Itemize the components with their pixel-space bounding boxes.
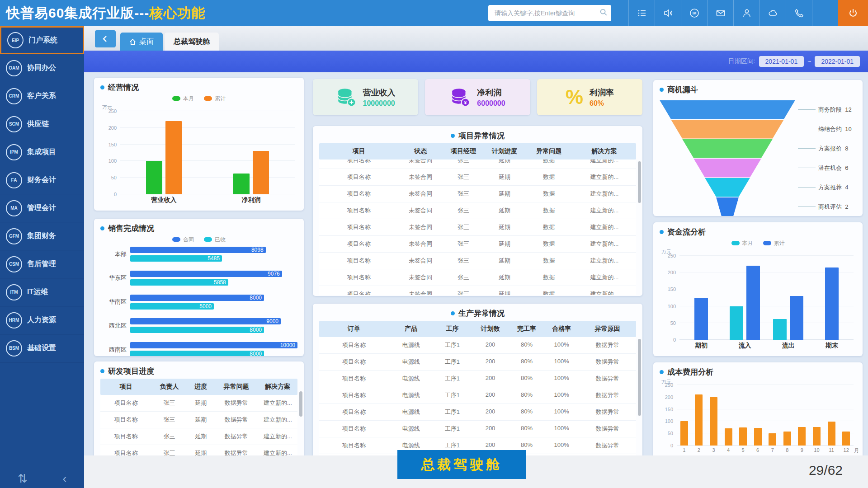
table-row[interactable]: 项目名称未签合同张三延期数据建立新的... [319,286,636,295]
panel-business-overview: 经营情况 本月累计 万元 250200150100500 营业收入净利润 [94,78,304,211]
bar [695,394,703,446]
sidebar-item-IPM[interactable]: IPM 集成项目 [0,138,84,166]
table-row[interactable]: 项目名称电源线工序120080%100%数据异常 [319,421,636,437]
funnel-connector-line [798,148,816,149]
bar-group-5 [736,385,750,446]
bar: 5485 [130,255,222,262]
power-icon[interactable] [838,0,868,26]
header-icon-bar: IM [628,0,868,26]
funnel-label: 商务阶段 12 [818,106,856,114]
sidebar-item-CRM[interactable]: CRM 客户关系 [0,82,84,110]
kpi-label: 营业收入 [363,87,396,98]
bar: 8000 [130,327,264,333]
bar [842,432,850,446]
menu-icon[interactable] [628,0,655,26]
phone-icon[interactable] [786,0,812,26]
table-row[interactable]: 项目名称未签合同张三延期数据建立新的... [319,160,636,169]
BSM-icon: BSM [6,340,22,357]
bar [746,266,760,340]
sidebar-item-GFM[interactable]: GFM 集团财务 [0,222,84,250]
funnel-stage-潜在机会: 潜在机会 6 [660,158,856,178]
sidebar-item-OAM[interactable]: OAM 协同办公 [0,54,84,82]
bar [730,306,743,340]
bar-group-期末 [810,256,854,340]
tab-desktop[interactable]: 桌面 [120,33,163,51]
sidebar-item-MA[interactable]: MA 管理会计 [0,194,84,222]
im-icon[interactable]: IM [681,0,707,26]
table-row[interactable]: 项目名称未签合同张三延期数据建立新的... [319,253,636,269]
date-from-input[interactable]: 2021-01-01 [759,56,804,67]
business-chart: 本月累计 万元 250200150100500 营业收入净利润 [100,94,297,206]
bar-group-6 [750,385,765,446]
funnel-connector-line [798,206,816,207]
sidebar-item-HRM[interactable]: HRM 人力资源 [0,306,84,334]
sidebar-item-CSM[interactable]: CSM 售后管理 [0,250,84,278]
table-row[interactable]: 项目名称未签合同张三延期数据建立新的... [319,202,636,219]
funnel-label: 商机评估 2 [818,203,856,211]
bar [165,121,182,194]
sidebar-item-EIP[interactable]: EIP 门户系统 [0,26,84,54]
search-input[interactable] [494,9,599,17]
kpi-value: 60% [590,99,614,108]
hbar-row-西南区: 西南区 100008000 [100,342,297,356]
table-row[interactable]: 项目名称电源线工序120080%100%数据异常 [319,387,636,404]
table-row[interactable]: 项目名称电源线工序120080%100%数据异常 [319,354,636,371]
panel-rd-progress: 研发项目进度 项目负责人进度异常问题解决方案 项目名称张三延期数据异常建立新的.… [94,361,304,470]
scrollbar-thumb[interactable] [638,161,641,203]
table-header: 项目状态项目经理计划进度异常问题解决方案 [319,143,636,160]
table-row[interactable]: 项目名称张三延期数据异常建立新的... [100,412,297,428]
table-row[interactable]: 项目名称未签合同张三延期数据建立新的... [319,186,636,202]
svg-text:¥: ¥ [464,100,467,105]
sidebar-item-SCM[interactable]: SCM 供应链 [0,110,84,138]
net-profit-kpi-card: ¥ 净利润 6000000 [425,79,530,115]
funnel-stage-方案推荐: 方案推荐 4 [660,178,856,197]
table-row[interactable]: 项目名称张三延期数据异常建立新的... [100,428,297,445]
bullet-icon [660,88,664,92]
table-row[interactable]: 项目名称未签合同张三延期数据建立新的... [319,269,636,286]
user-icon[interactable] [733,0,760,26]
table-row[interactable]: 项目名称未签合同张三延期数据建立新的... [319,236,636,253]
table-row[interactable]: 项目名称电源线工序120080%100%数据异常 [319,404,636,421]
chart-legend: 合同已收 [100,235,297,244]
date-to-input[interactable]: 2022-01-01 [815,56,860,67]
funnel-segment [705,178,750,197]
sidebar-item-FA[interactable]: FA 财务会计 [0,166,84,194]
table-row[interactable]: 项目名称电源线工序120080%100%数据异常 [319,371,636,387]
bar [739,427,747,446]
bar-group-12 [839,385,854,446]
sidebar-bottom: ⇅ ‹ [0,473,84,484]
table-row[interactable]: 项目名称张三延期数据异常建立新的... [100,395,297,412]
table-row[interactable]: 项目名称未签合同张三延期数据建立新的... [319,169,636,186]
collapse-icon[interactable]: ‹ [62,473,66,484]
profit-rate-kpi-card: % 利润率 60% [537,79,642,115]
swap-icon[interactable]: ⇅ [18,473,28,484]
revenue-kpi-card: 营业收入 10000000 [313,79,418,115]
table-row[interactable]: 项目名称电源线工序120080%100%数据异常 [319,337,636,354]
bullet-icon [100,369,104,373]
search-icon[interactable] [599,8,608,18]
sidebar-item-ITM[interactable]: ITM IT运维 [0,278,84,306]
bar [680,421,688,446]
bullet-icon [660,230,664,234]
back-button[interactable] [95,30,116,47]
global-search[interactable] [488,5,611,21]
HRM-icon: HRM [6,312,22,328]
main-area: 桌面 总裁驾驶舱 日期区间: 2021-01-01 ~ 2022-01-01 经… [84,26,868,488]
cockpit-caption-button[interactable]: 总裁驾驶舱 [397,450,526,479]
cloud-icon[interactable] [760,0,786,26]
panel-title: 销售完成情况 [108,223,154,234]
scrollbar-thumb[interactable] [299,391,302,417]
bar-group-流出 [767,256,810,340]
header-blank-cell [812,0,838,26]
kpi-value: 10000000 [363,99,396,108]
tab-ceo-cockpit[interactable]: 总裁驾驶舱 [165,33,219,51]
cashflow-chart: 本月累计 万元 250200150100500 期初流入流出期末 [660,239,856,352]
sidebar-item-BSM[interactable]: BSM 基础设置 [0,334,84,362]
bar: 8000 [130,351,264,356]
funnel-stage-缔结合约: 缔结合约 10 [660,119,856,139]
mail-icon[interactable] [707,0,733,26]
hbar-row-华南区: 华南区 80005000 [100,295,297,310]
scrollbar-thumb[interactable] [638,339,641,416]
speaker-icon[interactable] [655,0,681,26]
table-row[interactable]: 项目名称未签合同张三延期数据建立新的... [319,219,636,236]
